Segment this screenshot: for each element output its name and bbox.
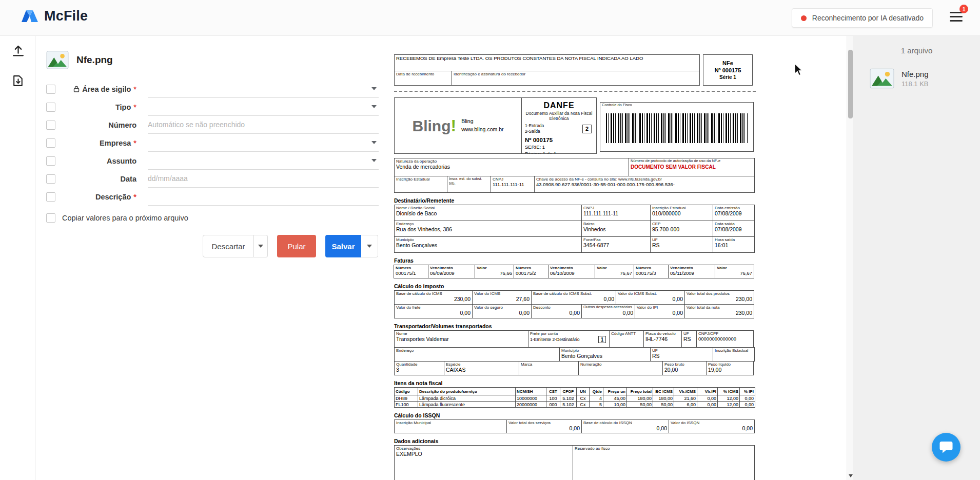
mouse-cursor xyxy=(794,64,803,76)
scroll-down-arrow-icon[interactable] xyxy=(849,474,853,477)
danfe-header: Bling! Bling www.bling.com.br DANFE Docu… xyxy=(394,97,756,154)
fatura-valor-cell: Valor76,66 xyxy=(475,265,514,278)
save-dropdown-button[interactable] xyxy=(361,235,378,257)
copy-values-checkbox[interactable] xyxy=(46,213,55,223)
field-label: Natureza da operação xyxy=(396,159,627,164)
dest-municipio-cell: MunicípioBento Gonçalves xyxy=(394,236,582,253)
data-input[interactable] xyxy=(148,174,379,183)
field-value: Bento Gonçalves xyxy=(561,353,649,360)
data-input-wrap xyxy=(148,170,379,188)
upload-button[interactable] xyxy=(0,36,36,66)
chevron-down-icon xyxy=(371,87,377,90)
field-label: Valor total da nota xyxy=(687,305,752,310)
marca-cell: Marca xyxy=(519,361,579,375)
sigilo-checkbox[interactable] xyxy=(46,85,55,94)
field-label: Base de cálculo do ICMS xyxy=(396,291,471,296)
save-file-icon xyxy=(11,74,25,88)
field-label: Peso líquido xyxy=(708,362,752,367)
field-label: Inscr. est. do subst. trib. xyxy=(449,177,489,186)
tipo-select[interactable] xyxy=(148,98,379,116)
numero-checkbox[interactable] xyxy=(46,121,55,130)
mcfile-logo-icon xyxy=(21,9,39,24)
field-value: 0,00 xyxy=(533,310,580,317)
empresa-select[interactable] xyxy=(148,134,379,152)
field-label: Assunto xyxy=(107,157,136,165)
field-label: Endereço xyxy=(396,348,558,353)
preview-scrollbar[interactable] xyxy=(847,36,853,480)
tear-line xyxy=(394,91,756,92)
dest-ie-cell: Inscrição Estadual010/000000 xyxy=(650,205,713,221)
field-value: 000175/2 xyxy=(516,270,546,276)
section-title-imposto: Cálculo do imposto xyxy=(394,283,756,289)
file-list-item[interactable]: Nfe.png 118.1 KB xyxy=(870,68,970,89)
field-label: Município xyxy=(396,237,580,242)
field-value: 07/08/2009 xyxy=(715,226,753,233)
indexing-form: Nfe.png Área de sigilo * Tipo * xyxy=(46,50,379,257)
field-label: UF xyxy=(652,237,711,242)
field-label: Número de protocolo de autorização de us… xyxy=(631,159,753,164)
field-label: Valor do ICMS Subst. xyxy=(618,291,683,296)
chat-widget-button[interactable] xyxy=(932,433,961,462)
total-nota-cell: Valor total da nota230,00 xyxy=(684,304,754,318)
emitente-site: www.bling.com.br xyxy=(461,126,503,134)
field-label: Quantidade xyxy=(396,362,442,367)
field-label: Inscrição Municipal xyxy=(396,421,505,425)
chevron-down-icon xyxy=(371,105,377,108)
discard-button[interactable]: Descartar xyxy=(203,235,254,257)
save-template-button[interactable] xyxy=(0,66,36,95)
dest-bairro-cell: BairroVinhedos xyxy=(581,221,651,237)
descricao-input-wrap xyxy=(148,188,379,206)
assunto-select[interactable] xyxy=(148,152,379,170)
field-label: CNPJ xyxy=(493,177,533,182)
scrollbar-thumb[interactable] xyxy=(848,50,853,118)
field-value: RS xyxy=(652,242,711,249)
field-value: 00000000000000 xyxy=(698,336,752,342)
skip-button[interactable]: Pular xyxy=(277,235,316,257)
field-label: Base de cálculo do ISSQN xyxy=(583,421,667,425)
numero-input[interactable] xyxy=(148,121,379,129)
field-label: Desconto xyxy=(533,305,580,310)
danfe-issqn-table: Inscrição Municipal Valor total dos serv… xyxy=(394,419,756,433)
descricao-input[interactable] xyxy=(148,192,379,201)
nfe-pagina: Página: 1 de 1 xyxy=(525,151,593,154)
field-value: 000175/1 xyxy=(396,270,426,276)
natureza-cell: Natureza da operação Venda de mercadoria… xyxy=(394,158,629,176)
tipo-label: Tipo * xyxy=(55,103,136,111)
recibo-text-cell: RECEBEMOS DE Empresa Teste LTDA. OS PROD… xyxy=(394,54,700,71)
field-value: 27,60 xyxy=(474,296,530,303)
field-value: Nº 000175 xyxy=(705,67,751,74)
field-label: Observações xyxy=(396,446,571,451)
nfe-number-box: NFe Nº 000175 Série 1 xyxy=(703,54,753,86)
hamburger-menu-icon[interactable]: 1 xyxy=(946,9,966,28)
data-checkbox[interactable] xyxy=(46,174,55,184)
field-label: Código ANTT xyxy=(611,331,642,336)
ia-status-label: Reconhecimento por IA desativado xyxy=(812,14,924,22)
danfe-transporte-table: NomeTransportes Valdemar Frete por conta… xyxy=(394,330,756,375)
inscricao-municipal-cell: Inscrição Municipal xyxy=(394,419,507,433)
field-value: 0,00 xyxy=(637,310,683,317)
empresa-checkbox[interactable] xyxy=(46,138,55,148)
observacoes-cell: ObservaçõesEXEMPLO xyxy=(394,445,573,480)
field-value: 230,00 xyxy=(687,296,752,303)
field-label: Valor do ISSQN xyxy=(671,421,753,425)
total-servicos-cell: Valor total dos serviços0,00 xyxy=(506,419,582,433)
ia-recognition-button[interactable]: Reconhecimento por IA desativado xyxy=(792,8,933,28)
assunto-checkbox[interactable] xyxy=(46,156,55,166)
discard-dropdown-button[interactable] xyxy=(254,235,268,257)
field-label: Bairro xyxy=(583,222,649,226)
app-logo[interactable]: McFile xyxy=(21,8,88,24)
chevron-down-icon xyxy=(367,245,372,248)
field-label: Identificação e assinatura do recebedor xyxy=(454,72,698,76)
tipo-checkbox[interactable] xyxy=(46,103,55,112)
ie-cell: Inscrição Estadual xyxy=(394,176,447,193)
peso-bruto-cell: Peso bruto20,00 xyxy=(662,361,707,375)
field-label: Controle do Fisco xyxy=(602,103,752,108)
sigilo-select[interactable] xyxy=(148,80,379,98)
field-value: NFe xyxy=(705,59,751,67)
save-button[interactable]: Salvar xyxy=(325,235,361,257)
menu-badge: 1 xyxy=(959,5,968,13)
field-label: Empresa xyxy=(100,139,131,147)
descricao-checkbox[interactable] xyxy=(46,192,55,202)
icms-cell: Valor do ICMS27,60 xyxy=(472,290,532,305)
empresa-label: Empresa * xyxy=(55,139,136,147)
